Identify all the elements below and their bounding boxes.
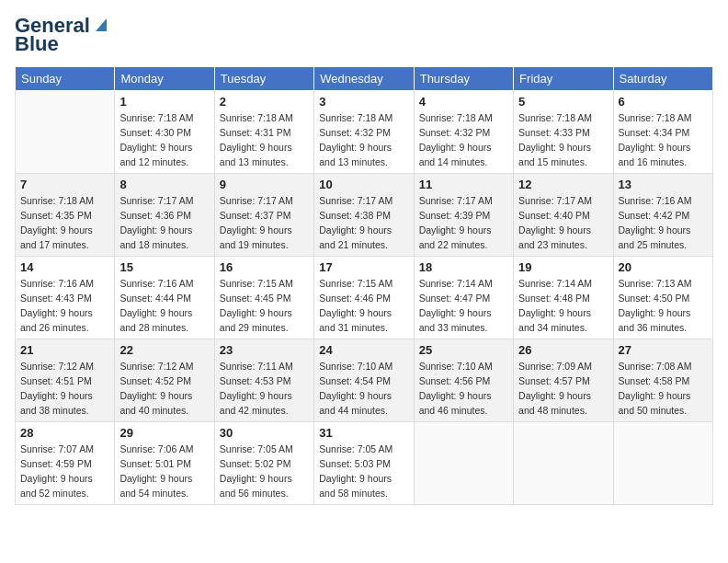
sunrise-text: Sunrise: 7:10 AM xyxy=(319,360,408,374)
sunrise-text: Sunrise: 7:18 AM xyxy=(119,111,209,126)
sunrise-text: Sunrise: 7:17 AM xyxy=(319,194,408,209)
calendar-cell: 8Sunrise: 7:17 AMSunset: 4:36 PMDaylight… xyxy=(115,174,214,257)
calendar-cell: 29Sunrise: 7:06 AMSunset: 5:01 PMDayligh… xyxy=(115,422,214,505)
calendar-cell: 26Sunrise: 7:09 AMSunset: 4:57 PMDayligh… xyxy=(514,339,613,422)
calendar-cell: 5Sunrise: 7:18 AMSunset: 4:33 PMDaylight… xyxy=(514,91,613,174)
calendar-cell xyxy=(514,422,613,505)
daylight-text: Daylight: 9 hours and 48 minutes. xyxy=(518,389,608,419)
sunrise-text: Sunrise: 7:17 AM xyxy=(419,194,508,209)
sunset-text: Sunset: 4:38 PM xyxy=(319,209,408,224)
day-number: 20 xyxy=(619,260,708,274)
sunset-text: Sunset: 5:01 PM xyxy=(119,457,209,472)
day-number: 29 xyxy=(119,426,209,440)
day-detail: Sunrise: 7:16 AMSunset: 4:43 PMDaylight:… xyxy=(20,277,109,335)
calendar-cell xyxy=(16,91,115,174)
sunset-text: Sunset: 5:03 PM xyxy=(319,457,408,472)
sunset-text: Sunset: 4:43 PM xyxy=(20,292,109,306)
calendar-cell: 1Sunrise: 7:18 AMSunset: 4:30 PMDaylight… xyxy=(115,91,214,174)
daylight-text: Daylight: 9 hours and 26 minutes. xyxy=(20,306,109,336)
daylight-text: Daylight: 9 hours and 52 minutes. xyxy=(20,472,109,501)
sunrise-text: Sunrise: 7:18 AM xyxy=(220,111,309,126)
calendar-cell xyxy=(613,422,712,505)
calendar-cell xyxy=(414,422,513,505)
day-number: 21 xyxy=(20,343,109,357)
day-detail: Sunrise: 7:05 AMSunset: 5:03 PMDaylight:… xyxy=(319,442,408,500)
day-number: 17 xyxy=(319,260,408,274)
daylight-text: Daylight: 9 hours and 28 minutes. xyxy=(119,306,209,336)
calendar-cell: 22Sunrise: 7:12 AMSunset: 4:52 PMDayligh… xyxy=(115,339,214,422)
calendar-cell: 2Sunrise: 7:18 AMSunset: 4:31 PMDaylight… xyxy=(214,91,313,174)
daylight-text: Daylight: 9 hours and 29 minutes. xyxy=(220,306,309,336)
sunset-text: Sunset: 4:52 PM xyxy=(119,374,209,389)
sunrise-text: Sunrise: 7:15 AM xyxy=(220,277,309,292)
daylight-text: Daylight: 9 hours and 50 minutes. xyxy=(619,389,708,419)
daylight-text: Daylight: 9 hours and 34 minutes. xyxy=(518,306,608,336)
sunrise-text: Sunrise: 7:10 AM xyxy=(419,360,508,374)
sunrise-text: Sunrise: 7:17 AM xyxy=(119,194,209,209)
daylight-text: Daylight: 9 hours and 36 minutes. xyxy=(619,306,708,336)
day-number: 28 xyxy=(20,426,109,440)
day-detail: Sunrise: 7:09 AMSunset: 4:57 PMDaylight:… xyxy=(518,360,608,418)
day-number: 1 xyxy=(119,95,209,109)
sunrise-text: Sunrise: 7:09 AM xyxy=(518,360,608,374)
daylight-text: Daylight: 9 hours and 13 minutes. xyxy=(220,141,309,170)
sunrise-text: Sunrise: 7:14 AM xyxy=(518,277,608,292)
sunset-text: Sunset: 4:37 PM xyxy=(220,209,309,224)
sunrise-text: Sunrise: 7:16 AM xyxy=(619,194,708,209)
day-number: 11 xyxy=(419,178,508,191)
calendar-week-row: 7Sunrise: 7:18 AMSunset: 4:35 PMDaylight… xyxy=(16,174,713,257)
sunrise-text: Sunrise: 7:18 AM xyxy=(518,111,608,126)
day-detail: Sunrise: 7:15 AMSunset: 4:45 PMDaylight:… xyxy=(220,277,309,335)
sunrise-text: Sunrise: 7:08 AM xyxy=(619,360,708,374)
day-detail: Sunrise: 7:17 AMSunset: 4:38 PMDaylight:… xyxy=(319,194,408,252)
calendar-cell: 25Sunrise: 7:10 AMSunset: 4:56 PMDayligh… xyxy=(414,339,513,422)
day-of-week-header: Tuesday xyxy=(214,67,313,91)
sunset-text: Sunset: 4:58 PM xyxy=(619,374,708,389)
calendar-cell: 27Sunrise: 7:08 AMSunset: 4:58 PMDayligh… xyxy=(613,339,712,422)
sunset-text: Sunset: 4:51 PM xyxy=(20,374,109,389)
day-detail: Sunrise: 7:14 AMSunset: 4:48 PMDaylight:… xyxy=(518,277,608,335)
sunrise-text: Sunrise: 7:16 AM xyxy=(20,277,109,292)
calendar-cell: 20Sunrise: 7:13 AMSunset: 4:50 PMDayligh… xyxy=(613,257,712,339)
day-of-week-header: Monday xyxy=(115,67,214,91)
day-detail: Sunrise: 7:18 AMSunset: 4:32 PMDaylight:… xyxy=(319,111,408,169)
sunset-text: Sunset: 4:45 PM xyxy=(220,292,309,306)
daylight-text: Daylight: 9 hours and 40 minutes. xyxy=(119,389,209,419)
sunset-text: Sunset: 4:56 PM xyxy=(419,374,508,389)
daylight-text: Daylight: 9 hours and 33 minutes. xyxy=(419,306,508,336)
day-number: 22 xyxy=(119,343,209,357)
calendar-cell: 12Sunrise: 7:17 AMSunset: 4:40 PMDayligh… xyxy=(514,174,613,257)
daylight-text: Daylight: 9 hours and 22 minutes. xyxy=(419,224,508,253)
calendar-cell: 15Sunrise: 7:16 AMSunset: 4:44 PMDayligh… xyxy=(115,257,214,339)
calendar-cell: 19Sunrise: 7:14 AMSunset: 4:48 PMDayligh… xyxy=(514,257,613,339)
day-of-week-header: Saturday xyxy=(613,67,712,91)
day-detail: Sunrise: 7:14 AMSunset: 4:47 PMDaylight:… xyxy=(419,277,508,335)
day-detail: Sunrise: 7:16 AMSunset: 4:42 PMDaylight:… xyxy=(619,194,708,252)
calendar-cell: 6Sunrise: 7:18 AMSunset: 4:34 PMDaylight… xyxy=(613,91,712,174)
calendar-cell: 21Sunrise: 7:12 AMSunset: 4:51 PMDayligh… xyxy=(16,339,115,422)
sunset-text: Sunset: 4:39 PM xyxy=(419,209,508,224)
calendar-week-row: 1Sunrise: 7:18 AMSunset: 4:30 PMDaylight… xyxy=(16,91,713,174)
day-detail: Sunrise: 7:12 AMSunset: 4:51 PMDaylight:… xyxy=(20,360,109,418)
day-detail: Sunrise: 7:13 AMSunset: 4:50 PMDaylight:… xyxy=(619,277,708,335)
calendar-cell: 31Sunrise: 7:05 AMSunset: 5:03 PMDayligh… xyxy=(314,422,414,505)
day-number: 6 xyxy=(619,95,708,109)
day-number: 2 xyxy=(220,95,309,109)
sunset-text: Sunset: 4:33 PM xyxy=(518,126,608,141)
sunrise-text: Sunrise: 7:18 AM xyxy=(20,194,109,209)
day-number: 8 xyxy=(119,178,209,191)
sunrise-text: Sunrise: 7:05 AM xyxy=(220,442,309,457)
day-number: 13 xyxy=(619,178,708,191)
sunrise-text: Sunrise: 7:16 AM xyxy=(119,277,209,292)
daylight-text: Daylight: 9 hours and 38 minutes. xyxy=(20,389,109,419)
day-of-week-header: Friday xyxy=(514,67,613,91)
day-detail: Sunrise: 7:18 AMSunset: 4:35 PMDaylight:… xyxy=(20,194,109,252)
sunset-text: Sunset: 4:40 PM xyxy=(518,209,608,224)
day-detail: Sunrise: 7:08 AMSunset: 4:58 PMDaylight:… xyxy=(619,360,708,418)
day-number: 4 xyxy=(419,95,508,109)
daylight-text: Daylight: 9 hours and 31 minutes. xyxy=(319,306,408,336)
day-number: 7 xyxy=(20,178,109,191)
day-number: 19 xyxy=(518,260,608,274)
day-number: 26 xyxy=(518,343,608,357)
day-detail: Sunrise: 7:17 AMSunset: 4:40 PMDaylight:… xyxy=(518,194,608,252)
